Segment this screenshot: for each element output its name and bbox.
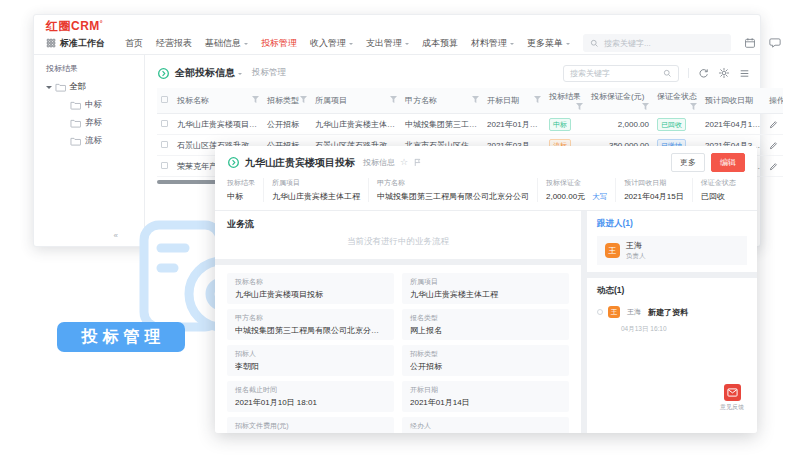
column-header-6[interactable]: 投标结果 xyxy=(545,88,587,114)
party-a-cell[interactable]: 中城投集团第三工程... xyxy=(401,114,483,135)
column-header-2[interactable]: 招标类型 xyxy=(263,88,311,114)
column-header-8[interactable]: 保证金状态 xyxy=(653,88,701,114)
actions-cell xyxy=(765,135,783,156)
edit-icon[interactable] xyxy=(769,162,779,171)
edit-icon[interactable] xyxy=(769,120,779,129)
row-checkbox[interactable] xyxy=(161,162,168,169)
filter-icon[interactable] xyxy=(576,103,583,110)
column-header-label: 招标类型 xyxy=(267,96,299,105)
filter-icon[interactable] xyxy=(534,96,541,103)
sidebar-item-label: 中标 xyxy=(85,99,102,111)
summary-value[interactable]: 九华山庄贵宾楼主体工程 xyxy=(272,191,360,202)
gear-icon[interactable] xyxy=(718,67,730,79)
refresh-icon[interactable] xyxy=(698,68,709,79)
sidebar-item-0[interactable]: 中标 xyxy=(70,99,144,111)
folder-icon xyxy=(70,136,81,146)
select-all-checkbox[interactable] xyxy=(161,96,168,103)
field-value[interactable]: 中城投集团第三工程局有限公司北京分公司 xyxy=(235,325,386,336)
filter-icon[interactable] xyxy=(252,96,259,103)
nav-item-label: 投标管理 xyxy=(261,37,297,50)
row-checkbox-cell xyxy=(157,156,173,177)
summary-label: 甲方名称 xyxy=(377,178,529,188)
folder-icon xyxy=(70,100,81,110)
menu-icon[interactable] xyxy=(739,68,750,79)
tree-expand-icon[interactable] xyxy=(46,86,52,92)
nav-item-8[interactable]: 更多菜单 xyxy=(527,37,570,50)
column-header-label: 操作 xyxy=(769,96,783,105)
column-header-label: 保证金状态 xyxy=(657,92,697,101)
workflow-empty-text: 当前没有进行中的业务流程 xyxy=(227,236,569,248)
avatar: 王 xyxy=(605,243,620,258)
sidebar-item-2[interactable]: 流标 xyxy=(70,135,144,147)
column-header-1[interactable]: 投标名称 xyxy=(173,88,263,114)
column-header-3[interactable]: 所属项目 xyxy=(311,88,401,114)
nav-item-0[interactable]: 首页 xyxy=(125,37,143,50)
nav-item-1[interactable]: 经营报表 xyxy=(156,37,192,50)
calendar-icon[interactable] xyxy=(744,37,756,49)
followers-card: 跟进人(1) 王王海负责人 xyxy=(587,211,757,272)
follower-role: 负责人 xyxy=(626,252,646,261)
summary-label: 所属项目 xyxy=(272,178,360,188)
feedback-label: 意见反馈 xyxy=(720,403,744,412)
nav-item-3[interactable]: 投标管理 xyxy=(261,37,297,50)
detail-field-0-0: 投标名称九华山庄贵宾楼项目投标 xyxy=(227,273,394,304)
filter-icon[interactable] xyxy=(300,96,307,103)
nav-item-label: 收入管理 xyxy=(310,37,346,50)
sidebar-item-label: 全部 xyxy=(69,81,86,93)
deposit-status-tag: 已回收 xyxy=(657,118,686,131)
row-checkbox[interactable] xyxy=(161,120,168,127)
field-value[interactable]: 九华山庄贵宾楼主体工程 xyxy=(410,289,561,300)
filter-icon[interactable] xyxy=(690,103,697,110)
recover-date-cell: 2021年04月15日 xyxy=(701,114,765,135)
filter-icon[interactable] xyxy=(472,96,479,103)
view-title[interactable]: 全部投标信息 xyxy=(175,66,235,80)
app-logo: 红圈CRM° xyxy=(46,20,103,32)
column-header-4[interactable]: 甲方名称 xyxy=(401,88,483,114)
detail-field-0-3: 报名类型网上报名 xyxy=(402,309,569,340)
activity-action: 新建了资料 xyxy=(648,307,688,318)
field-value: 李朝阳 xyxy=(235,361,386,372)
flag-icon[interactable] xyxy=(413,158,422,167)
feedback-widget[interactable]: 意见反馈 xyxy=(720,384,744,412)
nav-item-2[interactable]: 基础信息 xyxy=(205,37,248,50)
column-header-5[interactable]: 开标日期 xyxy=(483,88,545,114)
chevron-down-icon xyxy=(349,43,353,47)
filter-icon[interactable] xyxy=(390,96,397,103)
module-icon xyxy=(227,156,240,169)
nav-item-4[interactable]: 收入管理 xyxy=(310,37,353,50)
filter-icon[interactable] xyxy=(642,103,649,110)
chat-icon[interactable] xyxy=(769,37,781,49)
nav-item-5[interactable]: 支出管理 xyxy=(366,37,409,50)
nav-item-6[interactable]: 成本预算 xyxy=(422,37,458,50)
global-search-input[interactable]: 搜索关键字... xyxy=(583,34,731,52)
chevron-down-icon xyxy=(405,43,409,47)
bid-name-cell[interactable]: 九华山庄贵宾楼项目投标 xyxy=(173,114,263,135)
nav-item-7[interactable]: 材料管理 xyxy=(471,37,514,50)
edit-button[interactable]: 编辑 xyxy=(711,153,745,172)
sidebar-item-1[interactable]: 弃标 xyxy=(70,117,144,129)
workbench-label[interactable]: 标准工作台 xyxy=(60,37,105,50)
list-search-placeholder: 搜索关键字 xyxy=(570,68,610,79)
field-label: 甲方名称 xyxy=(235,313,386,323)
uppercase-link[interactable]: 大写 xyxy=(592,192,607,201)
sidebar-item-all[interactable]: 全部 xyxy=(46,81,144,93)
more-button[interactable]: 更多 xyxy=(671,153,705,172)
sidebar-collapse[interactable]: « xyxy=(114,231,118,240)
fields-grid: 投标名称九华山庄贵宾楼项目投标所属项目九华山庄贵宾楼主体工程甲方名称中城投集团第… xyxy=(227,273,569,433)
workbench-grid-icon[interactable] xyxy=(46,38,56,48)
view-dropdown-icon[interactable] xyxy=(238,73,242,77)
nav-item-label: 首页 xyxy=(125,37,143,50)
summary-value[interactable]: 中城投集团第三工程局有限公司北京分公司 xyxy=(377,191,529,202)
summary-field-4: 预计回收日期2021年04月15日 xyxy=(624,178,693,202)
column-header-10: 操作 xyxy=(765,88,783,114)
edit-icon[interactable] xyxy=(769,141,779,150)
field-value: 网上报名 xyxy=(410,325,561,336)
list-search-input[interactable]: 搜索关键字 xyxy=(563,65,679,82)
project-cell[interactable]: 九华山庄贵宾楼主体工程 xyxy=(311,114,401,135)
module-icon xyxy=(157,67,170,80)
column-header-7[interactable]: 投标保证金(元) xyxy=(587,88,653,114)
workflow-section: 业务流 当前没有进行中的业务流程 xyxy=(215,211,581,259)
actions-cell xyxy=(765,156,783,177)
row-checkbox[interactable] xyxy=(161,141,168,148)
star-icon[interactable]: ☆ xyxy=(400,158,408,167)
